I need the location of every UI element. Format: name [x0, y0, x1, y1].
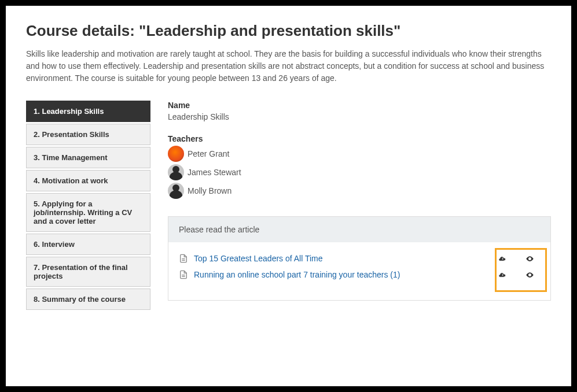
page-title: Course details: "Leadership and presenta… — [26, 22, 551, 40]
download-icon[interactable] — [498, 271, 507, 279]
course-intro: Skills like leadership and motivation ar… — [26, 48, 551, 84]
sidebar-item-5[interactable]: 5. Applying for a job/internship. Writin… — [26, 193, 150, 232]
avatar — [168, 183, 184, 199]
teachers-label: Teachers — [168, 134, 551, 143]
name-label: Name — [168, 101, 551, 110]
teacher-list: Peter Grant James Stewart Molly Brown — [168, 146, 551, 199]
teacher-name: Molly Brown — [188, 186, 231, 195]
page-frame: Course details: "Leadership and presenta… — [6, 6, 571, 386]
sidebar-item-1[interactable]: 1. Leadership Skills — [26, 101, 150, 122]
svg-point-2 — [529, 258, 531, 260]
teacher-name: James Stewart — [188, 168, 241, 177]
articles-card: Please read the article Top 15 Greatest … — [168, 216, 551, 301]
file-actions — [498, 271, 540, 279]
document-icon — [179, 254, 188, 263]
avatar — [168, 146, 184, 162]
content-columns: 1. Leadership Skills 2. Presentation Ski… — [26, 101, 551, 312]
download-icon[interactable] — [498, 254, 507, 263]
file-link[interactable]: Running an online school part 7 training… — [194, 270, 400, 279]
sidebar-item-4[interactable]: 4. Motivation at work — [26, 170, 150, 191]
sidebar-item-8[interactable]: 8. Summary of the course — [26, 289, 150, 310]
module-sidebar: 1. Leadership Skills 2. Presentation Ski… — [26, 101, 150, 312]
file-link[interactable]: Top 15 Greatest Leaders of All Time — [194, 254, 323, 263]
avatar — [168, 164, 184, 180]
articles-body: Top 15 Greatest Leaders of All Time Runn… — [168, 242, 550, 300]
teacher-row: Molly Brown — [168, 183, 551, 199]
sidebar-item-2[interactable]: 2. Presentation Skills — [26, 124, 150, 145]
articles-header: Please read the article — [168, 217, 550, 242]
file-row: Running an online school part 7 training… — [179, 267, 540, 283]
sidebar-item-3[interactable]: 3. Time Management — [26, 147, 150, 168]
main-panel: Name Leadership Skills Teachers Peter Gr… — [168, 101, 551, 312]
name-value: Leadership Skills — [168, 112, 551, 121]
teacher-row: Peter Grant — [168, 146, 551, 162]
document-icon — [179, 270, 188, 279]
eye-icon[interactable] — [525, 254, 534, 263]
teacher-row: James Stewart — [168, 164, 551, 180]
sidebar-item-6[interactable]: 6. Interview — [26, 234, 150, 255]
eye-icon[interactable] — [525, 271, 534, 279]
file-actions — [498, 254, 540, 263]
file-row: Top 15 Greatest Leaders of All Time — [179, 250, 540, 267]
teacher-name: Peter Grant — [188, 149, 229, 158]
svg-point-5 — [529, 274, 531, 276]
sidebar-item-7[interactable]: 7. Presentation of the final projects — [26, 257, 150, 287]
